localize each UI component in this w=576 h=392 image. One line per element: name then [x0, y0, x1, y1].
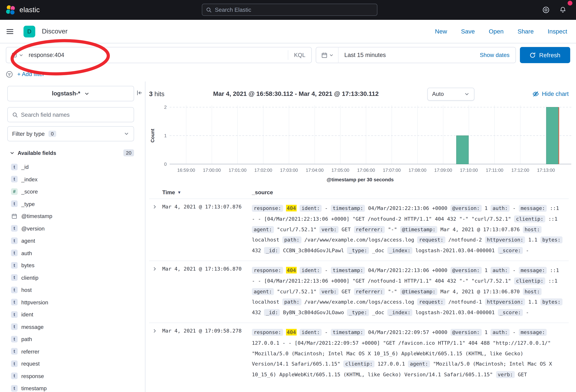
expand-row-button[interactable] [152, 328, 158, 334]
field-item-agent[interactable]: tagent [7, 235, 138, 247]
source-field-value: "-" [388, 226, 397, 232]
field-search-input[interactable] [21, 112, 129, 118]
svg-text:17:04:00: 17:04:00 [306, 168, 324, 173]
source-field-value: localhost [252, 237, 279, 243]
svg-text:17:09:00: 17:09:00 [434, 168, 452, 173]
number-type-icon: # [11, 188, 18, 195]
open-button[interactable]: Open [489, 28, 504, 35]
share-button[interactable]: Share [518, 28, 534, 35]
menu-hamburger-icon[interactable] [6, 27, 14, 35]
field-item-ident[interactable]: tident [7, 308, 138, 321]
save-button[interactable]: Save [461, 28, 475, 35]
new-button[interactable]: New [435, 28, 447, 35]
table-row: Mar 4, 2021 @ 17:13:07.876response: 404 … [149, 199, 569, 261]
inspect-button[interactable]: Inspect [548, 28, 567, 35]
text-type-icon: t [11, 373, 18, 379]
histogram-bar[interactable] [457, 136, 469, 164]
index-pattern-select[interactable]: logstash-* [7, 86, 134, 101]
alerts-bell-icon[interactable] [559, 6, 566, 14]
text-type-icon: t [11, 299, 18, 306]
field-name: clientip [21, 274, 38, 281]
index-pattern-label: logstash-* [52, 90, 80, 97]
source-field-key: message: [519, 267, 547, 274]
field-item-timestamp[interactable]: ttimestamp [7, 382, 138, 392]
text-type-icon: t [11, 311, 18, 318]
global-search-input[interactable] [215, 6, 374, 13]
source-field-key: auth: [491, 267, 510, 274]
text-type-icon: t [11, 274, 18, 281]
discover-app-badge[interactable]: D [24, 26, 35, 37]
histogram-chart[interactable]: 16:59:0017:00:0017:01:0017:02:0017:03:00… [149, 104, 571, 175]
svg-text:17:06:00: 17:06:00 [357, 168, 375, 173]
query-input[interactable] [27, 52, 288, 58]
time-range-display: Mar 4, 2021 @ 16:58:30.112 - Mar 4, 2021… [213, 90, 379, 98]
field-item-clientip[interactable]: tclientip [7, 272, 138, 284]
expand-row-button[interactable] [152, 204, 158, 210]
source-field-key: referrer: [354, 226, 385, 233]
source-field-key: response: [252, 267, 283, 274]
field-item-@version[interactable]: t@version [7, 222, 138, 235]
source-field-value: 404 [286, 329, 297, 336]
source-field-value: GET [342, 226, 351, 232]
text-type-icon: t [11, 225, 18, 232]
field-search[interactable] [7, 107, 134, 122]
hide-chart-button[interactable]: Hide chart [532, 91, 569, 97]
field-item-httpversion[interactable]: thttpversion [7, 296, 138, 308]
source-field-value: Mar 4, 2021 @ 17:13:07.876 [440, 226, 520, 232]
sort-descending-icon[interactable]: ▼ [177, 190, 181, 194]
source-field-key: message: [519, 329, 547, 336]
field-item-@timestamp[interactable]: @timestamp [7, 210, 138, 222]
expand-row-button[interactable] [152, 266, 158, 272]
global-search[interactable] [202, 4, 377, 16]
saved-query-menu-button[interactable] [6, 52, 27, 58]
time-range-button[interactable]: Last 15 minutes [344, 52, 386, 58]
chevron-down-icon [329, 53, 334, 57]
elastic-home-link[interactable]: elastic [5, 4, 40, 15]
collapse-sidebar-button[interactable] [136, 89, 143, 96]
help-icon[interactable] [542, 6, 549, 14]
field-name: ident [21, 311, 33, 318]
source-field-value: logstash-2021.03.04-000001 [415, 309, 495, 315]
show-dates-button[interactable]: Show dates [480, 52, 510, 58]
source-field-key: timestamp: [331, 267, 365, 274]
field-item-host[interactable]: thost [7, 284, 138, 296]
filter-list-icon[interactable] [6, 71, 13, 78]
field-name: request [21, 361, 40, 367]
text-type-icon: t [11, 237, 18, 244]
field-item-message[interactable]: tmessage [7, 321, 138, 333]
interval-select[interactable]: Auto [427, 87, 474, 100]
field-item-_index[interactable]: t_index [7, 173, 138, 185]
hide-chart-label: Hide chart [542, 91, 569, 97]
field-item-referrer[interactable]: treferrer [7, 345, 138, 358]
field-item-_score[interactable]: #_score [7, 185, 138, 198]
refresh-button[interactable]: Refresh [520, 47, 570, 63]
query-language-button[interactable]: KQL [288, 50, 311, 60]
global-header-icons [542, 6, 571, 14]
source-field-value: /var/www/example.com/logs/access.log [304, 237, 414, 243]
doc-source: response: 404 ident: - timestamp: 04/Mar… [252, 265, 563, 318]
source-field-key: auth: [491, 329, 510, 336]
field-item-bytes[interactable]: tbytes [7, 259, 138, 272]
table-row: Mar 4, 2021 @ 17:09:58.278response: 404 … [149, 323, 569, 385]
field-item-_id[interactable]: t_id [7, 161, 138, 173]
filter-by-type-button[interactable]: Filter by type 0 [7, 126, 134, 141]
text-type-icon: t [11, 262, 18, 269]
refresh-icon [530, 52, 536, 58]
source-field-value: - [513, 267, 516, 273]
add-filter-button[interactable]: + Add filter [17, 71, 44, 78]
field-item-response[interactable]: tresponse [7, 370, 138, 382]
histogram-bar[interactable] [546, 107, 558, 164]
available-fields-label: Available fields [18, 150, 56, 156]
time-column-header[interactable]: Time ▼ [162, 189, 252, 196]
field-item-path[interactable]: tpath [7, 333, 138, 345]
source-field-key: _score: [498, 309, 523, 316]
text-type-icon: t [11, 336, 18, 342]
text-type-icon: t [11, 176, 18, 182]
field-item-request[interactable]: trequest [7, 358, 138, 370]
quick-select-button[interactable] [316, 52, 338, 58]
field-item-auth[interactable]: tauth [7, 247, 138, 259]
field-name: _score [21, 188, 38, 195]
available-fields-header[interactable]: Available fields 20 [7, 149, 134, 157]
main-area: logstash-* Filter by type 0 [0, 82, 576, 392]
field-item-_type[interactable]: t_type [7, 198, 138, 210]
